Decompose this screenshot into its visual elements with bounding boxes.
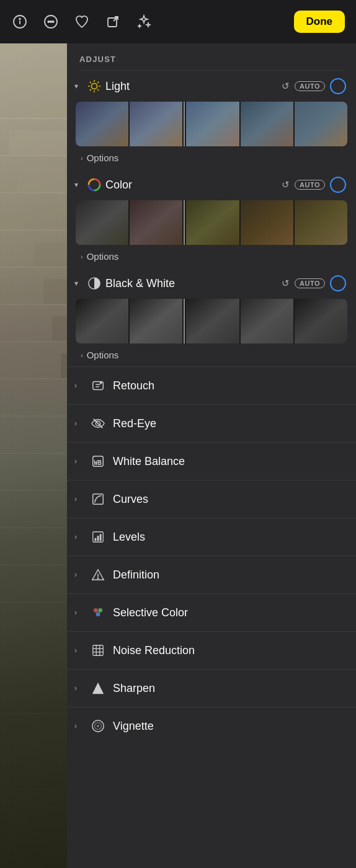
list-item-selective-color[interactable]: › Selective Color [67, 593, 356, 631]
color-thumb-4[interactable] [241, 200, 293, 245]
light-options-chevron: › [81, 154, 83, 162]
section-bw: ▾ Black & White ↺ AUTO [67, 268, 356, 366]
bw-thumb-1[interactable] [76, 299, 128, 343]
svg-point-35 [97, 578, 98, 578]
color-auto-badge[interactable]: AUTO [295, 180, 325, 190]
bw-half-circle-icon [87, 277, 102, 290]
svg-line-8 [113, 17, 118, 21]
light-controls: ↺ AUTO [282, 78, 346, 94]
list-item-levels[interactable]: › Levels [67, 518, 356, 556]
redeye-chevron-icon: › [74, 419, 83, 428]
bw-title: Black & White [105, 277, 278, 290]
bw-auto-badge[interactable]: AUTO [295, 278, 325, 288]
levels-label: Levels [113, 531, 145, 544]
color-thumb-3[interactable] [186, 200, 239, 245]
wb-label: White Balance [113, 455, 185, 468]
svg-point-50 [97, 725, 100, 728]
ellipsis-icon[interactable] [42, 13, 60, 30]
color-options-row[interactable]: › Options [67, 249, 356, 268]
light-reset-icon[interactable]: ↺ [282, 81, 290, 92]
list-item-vignette[interactable]: › Vignette [67, 707, 356, 745]
light-thumb-2[interactable] [130, 102, 182, 146]
color-thumb-5[interactable] [295, 200, 347, 245]
svg-rect-32 [100, 534, 102, 541]
color-thumb-2[interactable] [130, 200, 182, 245]
list-item-white-balance[interactable]: › WB White Balance [67, 442, 356, 480]
retouch-label: Retouch [113, 379, 154, 392]
svg-line-12 [90, 82, 91, 83]
sparkles-icon[interactable] [135, 13, 153, 30]
adjust-panel: ADJUST ▾ [67, 43, 356, 868]
svg-point-4 [48, 21, 49, 22]
svg-text:WB: WB [94, 459, 102, 466]
toolbar-left-icons [11, 13, 153, 30]
list-item-redeye[interactable]: › Red-Eye [67, 404, 356, 442]
light-thumb-5[interactable] [295, 102, 347, 146]
selective-color-label: Selective Color [113, 606, 188, 619]
retouch-chevron-icon: › [74, 381, 83, 390]
svg-rect-31 [97, 536, 99, 541]
svg-marker-47 [92, 683, 104, 694]
bw-toggle[interactable] [330, 275, 346, 291]
levels-chevron-icon: › [74, 533, 83, 541]
light-thumb-3[interactable] [186, 102, 239, 146]
light-options-row[interactable]: › Options [67, 150, 356, 169]
color-reset-icon[interactable]: ↺ [282, 179, 290, 190]
color-toggle[interactable] [330, 177, 346, 193]
bw-thumb-4[interactable] [241, 299, 293, 343]
sharpen-icon [89, 680, 107, 697]
section-color-header[interactable]: ▾ Color ↺ AUTO [67, 169, 356, 198]
levels-icon [89, 528, 107, 546]
list-item-retouch[interactable]: › Retouch [67, 366, 356, 404]
light-options-label: Options [87, 153, 119, 163]
toolbar: Done [0, 0, 356, 43]
color-thumb-1[interactable] [76, 200, 128, 245]
svg-line-16 [90, 89, 91, 91]
info-icon[interactable] [11, 13, 29, 30]
bw-thumb-5[interactable] [295, 299, 347, 343]
sharpen-chevron-icon: › [74, 684, 83, 693]
selective-color-icon [89, 604, 107, 621]
color-strip-divider [184, 200, 185, 245]
color-options-chevron: › [81, 253, 83, 260]
done-button[interactable]: Done [294, 11, 345, 33]
square-arrow-icon[interactable] [104, 13, 122, 30]
redeye-label: Red-Eye [113, 417, 156, 430]
color-chevron-icon: ▾ [74, 180, 83, 189]
vignette-icon [89, 717, 107, 735]
list-item-noise-reduction[interactable]: › Noise Reduction [67, 631, 356, 669]
wb-icon: WB [89, 453, 107, 470]
bw-thumb-3[interactable] [186, 299, 239, 343]
definition-label: Definition [113, 569, 159, 582]
light-thumb-1[interactable] [76, 102, 128, 146]
list-item-sharpen[interactable]: › Sharpen [67, 669, 356, 707]
wb-chevron-icon: › [74, 457, 83, 466]
curves-chevron-icon: › [74, 495, 83, 503]
bw-options-row[interactable]: › Options [67, 347, 356, 366]
bw-reset-icon[interactable]: ↺ [282, 278, 290, 289]
light-toggle[interactable] [330, 78, 346, 94]
color-controls: ↺ AUTO [282, 177, 346, 193]
light-thumb-4[interactable] [241, 102, 293, 146]
svg-rect-42 [93, 645, 104, 656]
light-auto-badge[interactable]: AUTO [295, 81, 325, 91]
bw-chevron-icon: ▾ [74, 279, 83, 288]
definition-icon [89, 566, 107, 583]
bw-film-strip [76, 299, 347, 343]
bw-options-chevron: › [81, 352, 83, 359]
light-sun-icon [87, 79, 102, 93]
list-item-curves[interactable]: › Curves [67, 480, 356, 518]
light-film-strip [76, 102, 347, 146]
bw-thumb-2[interactable] [130, 299, 182, 343]
heart-icon[interactable] [73, 13, 91, 30]
curves-icon [89, 490, 107, 508]
section-light: ▾ Light ↺ [67, 71, 356, 169]
selective-color-chevron-icon: › [74, 608, 83, 617]
noise-reduction-label: Noise Reduction [113, 644, 195, 657]
section-light-header[interactable]: ▾ Light ↺ [67, 71, 356, 99]
section-bw-header[interactable]: ▾ Black & White ↺ AUTO [67, 268, 356, 296]
photo-background [0, 43, 67, 868]
svg-rect-30 [95, 538, 97, 541]
list-item-definition[interactable]: › Definition [67, 556, 356, 593]
vignette-label: Vignette [113, 720, 154, 733]
